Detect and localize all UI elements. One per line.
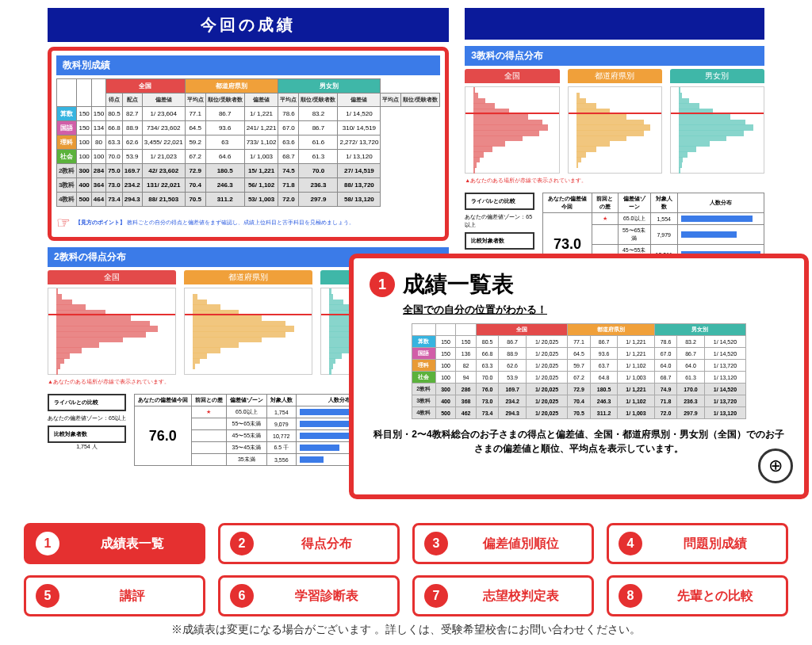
popup-table: 全国 都道府県別 男女別 算数15015080.586.71/ 20,02577… xyxy=(412,323,746,419)
popup-subtitle: 全国での自分の位置がわかる！ xyxy=(403,303,788,317)
nav-number-badge: 2 xyxy=(230,532,254,555)
section-label: 教科別成績 xyxy=(56,55,440,75)
footnote: ※成績表は変更になる場合がございます 。詳しくは、受験希望校舎にお問い合わせくだ… xyxy=(0,623,812,637)
nav-number-badge: 5 xyxy=(36,584,59,608)
nav-btn-7[interactable]: 7志望校判定表 xyxy=(412,575,594,616)
nav-btn-4[interactable]: 4問題別成績 xyxy=(607,523,788,564)
nav-button-grid: 1成績表一覧2得点分布3偏差値別順位4問題別成績 5講評6学習診断表7志望校判定… xyxy=(0,523,812,628)
nav-btn-5[interactable]: 5講評 xyxy=(24,575,205,616)
nav-number-badge: 8 xyxy=(619,584,642,608)
nav-label: 講評 xyxy=(71,588,193,605)
popup-detail: 1 成績一覧表 全国での自分の位置がわかる！ 全国 都道府県別 男女別 算数15… xyxy=(349,254,809,499)
popup-title: 成績一覧表 xyxy=(403,269,514,300)
section-label: 3教科の得点分布 xyxy=(465,46,764,66)
pointing-hand-icon: ☞ xyxy=(56,213,71,232)
subject-table: 全国 都道府県別 男女別 得点配点偏差値平均点順位/受験者数偏差値平均点順位/受… xyxy=(56,78,440,207)
nav-btn-2[interactable]: 2得点分布 xyxy=(218,523,400,564)
nav-number-badge: 4 xyxy=(619,532,642,555)
nav-label: 偏差値別順位 xyxy=(459,536,582,552)
nav-label: 志望校判定表 xyxy=(459,588,582,605)
nav-label: 成績表一覧 xyxy=(71,536,193,552)
nav-label: 得点分布 xyxy=(265,536,388,552)
nav-btn-6[interactable]: 6学習診断表 xyxy=(218,575,400,616)
nav-number-badge: 3 xyxy=(424,532,448,555)
nav-btn-1[interactable]: 1成績表一覧 xyxy=(24,523,205,564)
nav-number-badge: 6 xyxy=(230,584,254,608)
nav-number-badge: 1 xyxy=(36,532,59,555)
nav-number-badge: 7 xyxy=(424,584,448,608)
nav-label: 問題別成績 xyxy=(653,536,776,552)
nav-btn-8[interactable]: 8先輩との比較 xyxy=(607,575,788,616)
nav-label: 学習診断表 xyxy=(265,588,388,605)
nav-btn-3[interactable]: 3偏差値別順位 xyxy=(412,523,594,564)
zoom-in-button[interactable]: ⊕ xyxy=(758,448,793,483)
page-title-right xyxy=(465,8,764,40)
page-title: 今回の成績 xyxy=(48,8,449,42)
popup-description: 科目別・2〜4教科総合のお子さまの得点と偏差値、全国・都道府県別・男女別（全国）… xyxy=(370,427,788,456)
popup-number-badge: 1 xyxy=(370,272,395,297)
nav-label: 先輩との比較 xyxy=(653,588,776,605)
subject-score-box: 教科別成績 全国 都道府県別 男女別 得点配点偏差値平均点順位/受験者数偏差値平… xyxy=(48,47,449,241)
magnifier-plus-icon: ⊕ xyxy=(768,456,783,476)
